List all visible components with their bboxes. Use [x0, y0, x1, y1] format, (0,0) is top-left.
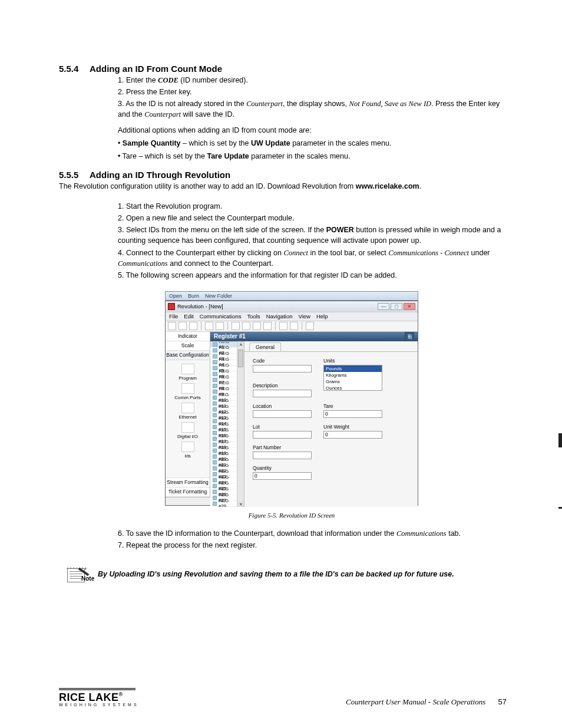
register-icon: [213, 401, 217, 406]
nav-ethernet[interactable]: Ethernet: [178, 414, 196, 420]
register-icon: [213, 454, 217, 459]
register-icon: [213, 407, 217, 411]
s554-step2: 2. Press the Enter key.: [118, 87, 507, 97]
explorer-newfolder[interactable]: New Folder: [205, 293, 232, 299]
input-part-number[interactable]: [253, 452, 312, 459]
note-block: ∘∘∘∘∘∘∘ Note By Uploading ID's using Rev…: [65, 565, 507, 584]
maximize-button[interactable]: □: [391, 303, 402, 310]
nav-comm[interactable]: Comm Ports: [174, 395, 200, 400]
register-list[interactable]: REG #1REG #2REG #3REG #4REG #5REG #6REG …: [210, 341, 237, 507]
register-icon: [213, 443, 217, 447]
menu-view[interactable]: View: [299, 313, 310, 319]
register-icon: [213, 413, 217, 417]
nav-ids[interactable]: Ids: [184, 453, 191, 459]
unit-pounds[interactable]: Pounds: [324, 365, 382, 372]
toolbar-save-icon[interactable]: [189, 322, 197, 330]
menu-tools[interactable]: Tools: [247, 313, 260, 319]
s554-opt2: • Tare – which is set by the Tare Update…: [118, 151, 507, 162]
toolbar-preview-icon[interactable]: [216, 322, 224, 330]
s555-s5: 5. The following screen appears and the …: [118, 270, 507, 281]
tool-bar: [166, 321, 418, 332]
close-button[interactable]: ✕: [404, 303, 415, 310]
scrollbar-thumb[interactable]: [238, 350, 243, 367]
panel-exit-icon[interactable]: ⎘: [405, 332, 414, 341]
s555-s3: 3. Select IDs from the menu on the left …: [118, 225, 507, 246]
brand-logo: RICE LAKE® WEIGHING SYSTEMS: [59, 688, 139, 707]
menu-edit[interactable]: Edit: [184, 313, 193, 319]
s555-s7: 7. Repeat the process for the next regis…: [118, 540, 507, 551]
page-number: 57: [498, 697, 507, 706]
section-554-heading: 5.5.4Adding an ID From Count Mode: [59, 64, 507, 74]
menu-file[interactable]: File: [169, 313, 178, 319]
input-unit-weight[interactable]: [323, 431, 382, 439]
input-location[interactable]: [253, 410, 312, 418]
menu-bar: File Edit Communications Tools Navigatio…: [166, 312, 418, 321]
toolbar-undo-icon[interactable]: [232, 322, 240, 330]
menu-communications[interactable]: Communications: [200, 313, 242, 319]
toolbar-cut-icon[interactable]: [242, 322, 250, 330]
input-quantity[interactable]: [253, 472, 312, 480]
unit-kilograms[interactable]: Kilograms: [324, 372, 382, 378]
toolbar-paste-icon[interactable]: [263, 322, 272, 330]
label-quantity: Quantity: [253, 465, 312, 471]
nav-ticket-formatting[interactable]: Ticket Formatting: [166, 487, 210, 497]
register-icon: [213, 472, 217, 476]
unit-ounces[interactable]: Ounces: [324, 385, 382, 391]
label-tare: Tare: [323, 403, 382, 409]
toolbar-help-icon[interactable]: [290, 322, 298, 330]
units-listbox[interactable]: Pounds Kilograms Grams Ounces: [323, 365, 382, 391]
register-icon: [213, 502, 217, 506]
comm-ports-icon[interactable]: [181, 383, 194, 394]
nav-stream-formatting[interactable]: Stream Formatting: [166, 478, 210, 487]
toolbar-new-icon[interactable]: [168, 322, 176, 330]
toolbar-connect-icon[interactable]: [279, 322, 287, 330]
input-lot[interactable]: [253, 431, 312, 439]
explorer-burn[interactable]: Burn: [188, 293, 199, 299]
register-icon: [213, 378, 217, 382]
toolbar-flag-icon[interactable]: [306, 322, 314, 330]
register-icon: [213, 354, 217, 358]
explorer-open[interactable]: Open: [169, 293, 182, 299]
register-icon: [213, 490, 217, 494]
nav-program[interactable]: Program: [178, 375, 197, 381]
register-item[interactable]: REG #28: [210, 501, 237, 507]
input-tare[interactable]: [323, 410, 382, 418]
window-title: Revolution - [New]: [177, 303, 223, 309]
unit-grams[interactable]: Grams: [324, 378, 382, 385]
ids-icon[interactable]: [181, 442, 194, 452]
menu-help[interactable]: Help: [316, 313, 328, 319]
minimize-button[interactable]: —: [378, 303, 389, 310]
input-description[interactable]: [253, 390, 312, 397]
section-555-num: 5.5.5: [59, 170, 90, 180]
s555-s4: 4. Connect to the Counterpart either by …: [118, 248, 507, 269]
menu-navigation[interactable]: Navigation: [266, 313, 293, 319]
register-icon: [213, 460, 217, 465]
digital-io-icon[interactable]: [181, 422, 194, 433]
folder-icon[interactable]: [181, 364, 194, 374]
register-icon: [213, 437, 217, 441]
nav-indicator[interactable]: Indicator: [166, 332, 210, 341]
register-header-title: Register #1: [214, 333, 246, 340]
section-555-heading: 5.5.5Adding an ID Through Revolution: [59, 170, 507, 180]
s554-step1: 1. Enter the CODE (ID number desired).: [118, 75, 507, 85]
label-lot: Lot: [253, 424, 312, 430]
left-nav: Indicator Scale Base Configuration Progr…: [166, 332, 210, 497]
nav-base-config[interactable]: Base Configuration: [166, 351, 210, 360]
ethernet-icon[interactable]: [181, 403, 194, 413]
tab-general[interactable]: General: [249, 342, 281, 351]
toolbar-print-icon[interactable]: [205, 322, 213, 330]
input-code[interactable]: [253, 365, 312, 373]
nav-dio[interactable]: Digital I/O: [177, 434, 198, 439]
register-icon: [213, 419, 217, 423]
register-icon: [213, 372, 217, 376]
s554-opt1: • Sample Quantity – which is set by the …: [118, 138, 507, 149]
register-icon: [213, 342, 217, 347]
register-icon: [213, 396, 217, 400]
toolbar-copy-icon[interactable]: [253, 322, 261, 330]
nav-scale[interactable]: Scale: [166, 341, 210, 351]
register-icon: [213, 360, 217, 364]
label-code: Code: [253, 358, 312, 364]
toolbar-open-icon[interactable]: [178, 322, 187, 330]
scrollbar[interactable]: [237, 341, 244, 507]
form-panel: General Code Units Pounds Kilograms: [244, 341, 418, 507]
